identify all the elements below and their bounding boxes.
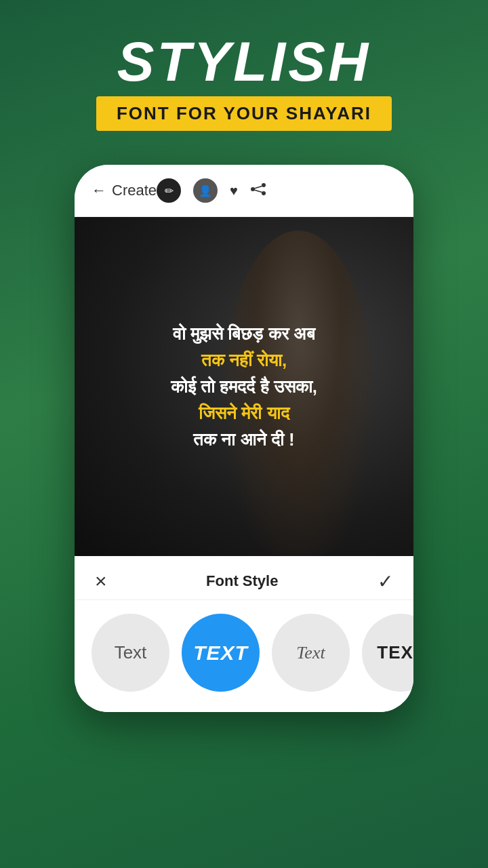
profile-icon-button[interactable]: 👤 <box>193 178 218 203</box>
shayari-line-5: तक ना आने दी ! <box>92 427 396 453</box>
font-style-panel: × Font Style ✓ Text TEXT Text TEXT Text <box>75 556 413 712</box>
font-option-normal-label: Text <box>115 642 147 663</box>
svg-point-1 <box>251 187 255 191</box>
font-option-italic-bold[interactable]: TEXT <box>182 614 260 692</box>
background-photo: वो मुझसे बिछड़ कर अब तक नहीं रोया, कोई त… <box>75 217 413 556</box>
shayari-line-4: जिसने मेरी याद <box>92 400 396 427</box>
image-area: वो मुझसे बिछड़ कर अब तक नहीं रोया, कोई त… <box>75 217 413 556</box>
font-option-italic-bold-label: TEXT <box>193 642 248 665</box>
font-option-italic[interactable]: Text <box>272 614 350 692</box>
shayari-content: वो मुझसे बिछड़ कर अब तक नहीं रोया, कोई त… <box>92 321 396 453</box>
app-bar-icons: ✏ 👤 ♥ <box>157 178 266 203</box>
back-button[interactable]: ← Create <box>92 182 157 199</box>
share-icon[interactable] <box>250 182 266 199</box>
subtitle-text: FONT FOR YOUR SHAYARI <box>117 103 371 123</box>
font-panel-title: Font Style <box>206 572 278 590</box>
shayari-line-2: तक नहीं रोया, <box>92 347 396 374</box>
app-bar: ← Create ✏ 👤 ♥ <box>75 165 413 217</box>
confirm-button[interactable]: ✓ <box>378 570 393 593</box>
back-arrow-icon: ← <box>92 182 106 199</box>
main-title: STYLISH <box>117 34 371 90</box>
font-option-bold-label: TEXT <box>377 642 413 663</box>
svg-point-0 <box>262 183 266 187</box>
shayari-line-3: कोई तो हमदर्द है उसका, <box>92 374 396 400</box>
font-style-header: × Font Style ✓ <box>75 556 413 600</box>
svg-line-3 <box>254 186 262 189</box>
app-title: Create <box>112 182 157 199</box>
edit-circle-icon[interactable]: ✏ <box>157 178 181 203</box>
heart-icon[interactable]: ♥ <box>230 183 238 199</box>
font-option-normal[interactable]: Text <box>92 614 169 692</box>
svg-point-2 <box>262 191 266 195</box>
person-icon: 👤 <box>199 184 212 197</box>
font-option-italic-label: Text <box>296 643 325 663</box>
close-button[interactable]: × <box>95 570 107 593</box>
edit-icon: ✏ <box>165 184 174 197</box>
svg-line-4 <box>254 190 262 193</box>
top-header: STYLISH FONT FOR YOUR SHAYARI <box>0 0 488 144</box>
font-option-bold[interactable]: TEXT <box>362 614 413 692</box>
shayari-line-1: वो मुझसे बिछड़ कर अब <box>92 321 396 347</box>
font-options-list: Text TEXT Text TEXT Text <box>75 600 413 712</box>
phone-mockup: ← Create ✏ 👤 ♥ <box>75 165 413 712</box>
subtitle-bar: FONT FOR YOUR SHAYARI <box>96 96 392 131</box>
